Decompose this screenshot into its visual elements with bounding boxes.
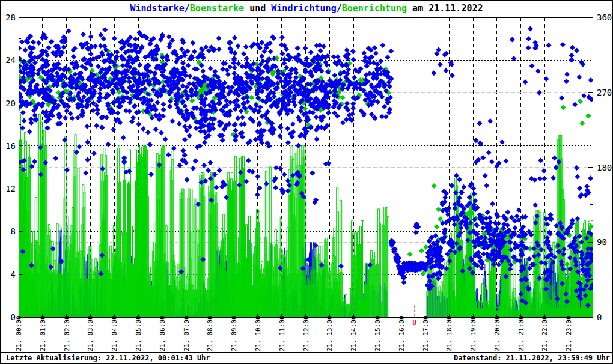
- weather-chart-page: Windstarke/Boenstarke und Windrichtung/B…: [0, 0, 613, 364]
- x-axis-label: 21. 16:00: [398, 315, 406, 351]
- wind-chart-svg: 048121620242809018027036021. 00:0021. 01…: [1, 1, 612, 353]
- right-axis-label: 90: [597, 237, 607, 247]
- x-axis-label: 21. 21:00: [517, 315, 525, 351]
- x-axis-label: 21. 07:00: [183, 315, 191, 351]
- x-axis-label: 21. 00:00: [15, 315, 23, 351]
- x-axis-label: 21. 09:00: [230, 315, 238, 351]
- x-axis-label: 21. 23:00: [565, 315, 573, 351]
- right-axis-label: 360: [597, 13, 612, 22]
- right-axis-label: 0: [597, 312, 602, 322]
- left-axis-label: 16: [5, 141, 16, 151]
- last-update-text: Letzte Aktualisierung: 22.11.2022, 00:01…: [6, 353, 210, 363]
- x-axis-label: 21. 19:00: [469, 315, 477, 351]
- data-state-text: Datenstand: 21.11.2022, 23:59:49 Uhr: [454, 353, 610, 363]
- left-axis-label: 28: [5, 13, 16, 22]
- x-axis-label: 21. 01:00: [39, 315, 47, 351]
- x-axis-label: 21. 04:00: [111, 315, 118, 351]
- x-axis-label: 21. 06:00: [159, 315, 166, 351]
- status-bar: Letzte Aktualisierung: 22.11.2022, 00:01…: [1, 352, 612, 363]
- data-gap-marker: U: [413, 305, 417, 327]
- x-axis-label: 21. 18:00: [445, 315, 453, 351]
- x-axis-label: 21. 08:00: [206, 315, 214, 351]
- x-axis-label: 21. 12:00: [302, 315, 310, 351]
- left-axis-label: 20: [5, 99, 16, 108]
- x-axis-label: 21. 15:00: [374, 315, 382, 351]
- x-axis-label: 21. 14:00: [350, 315, 358, 351]
- x-axis-label: 21. 05:00: [135, 315, 142, 351]
- x-axis-label: 21. 10:00: [254, 315, 262, 351]
- gap-marker-text: U: [413, 319, 417, 327]
- x-axis-label: 21. 20:00: [493, 315, 501, 351]
- left-axis-label: 12: [5, 184, 16, 193]
- x-axis-label: 21. 03:00: [87, 315, 94, 351]
- x-axis-label: 21. 22:00: [541, 315, 549, 351]
- x-axis-label: 21. 17:00: [422, 315, 430, 351]
- x-axis-label: 21. 11:00: [278, 315, 286, 351]
- left-axis-label: 8: [11, 226, 16, 236]
- x-axis-label: 21. 02:00: [63, 315, 71, 351]
- left-axis-label: 24: [5, 55, 16, 65]
- left-axis-label: 4: [11, 270, 16, 279]
- x-axis-label: 21. 13:00: [326, 315, 334, 351]
- right-axis-label: 270: [597, 88, 612, 97]
- right-axis-label: 180: [597, 163, 612, 172]
